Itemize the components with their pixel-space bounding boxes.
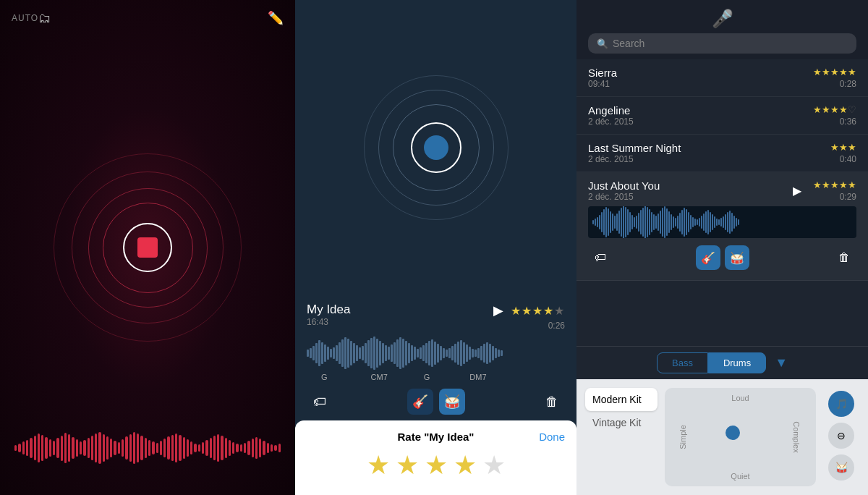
song-toolbar-justabout: 🏷 🎸 🥁 🗑 bbox=[588, 242, 856, 273]
cymbal-ride[interactable]: ⊖ bbox=[828, 423, 854, 449]
guitar-button[interactable]: 🎸 bbox=[407, 389, 433, 415]
song-stars-sierra: ★★★★★ bbox=[813, 67, 856, 77]
song-top-justabout: Just About You 2 déc. 2015 ▶ ★★★★★ 0:29 bbox=[588, 179, 856, 202]
record-header: AUTO 🗂 ✏️ bbox=[0, 0, 295, 36]
song-instrument-btns: 🎸 🥁 bbox=[696, 245, 749, 270]
song-tag-button[interactable]: 🏷 bbox=[588, 245, 613, 270]
song-meta-justabout: ★★★★★ 0:29 bbox=[813, 179, 856, 202]
songs-list: Sierra 09:41 ★★★★★ 0:28 Angeline 2 déc. … bbox=[576, 59, 868, 346]
chevron-down-icon[interactable]: ▼ bbox=[775, 355, 788, 371]
rate-sheet: Rate "My Idea" Done ★ ★ ★ ★ ★ bbox=[295, 420, 576, 495]
search-bar[interactable]: 🔍 Search bbox=[588, 33, 856, 54]
idea-controls: ▶ ★★★★★ 0:26 bbox=[493, 302, 565, 331]
kit-vintage[interactable]: Vintage Kit bbox=[585, 411, 658, 434]
cymbal-bass[interactable]: 🥁 bbox=[828, 454, 854, 481]
song-meta-sierra: ★★★★★ 0:28 bbox=[813, 67, 856, 89]
search-placeholder: Search bbox=[613, 38, 644, 49]
rate-star-4[interactable]: ★ bbox=[454, 450, 477, 481]
song-date-lastsummer: 2 déc. 2015 bbox=[588, 154, 681, 164]
idea-timestamp: 16:43 bbox=[307, 317, 350, 327]
song-play-justabout[interactable]: ▶ bbox=[793, 184, 801, 198]
bass-tab[interactable]: Bass bbox=[657, 352, 708, 373]
drums-panel: Modern Kit Vintage Kit Loud Quiet Simple… bbox=[576, 379, 868, 495]
idea-play-button[interactable]: ▶ bbox=[493, 302, 503, 318]
song-info-justabout: Just About You 2 déc. 2015 bbox=[588, 179, 660, 202]
idea-record-button[interactable] bbox=[411, 122, 461, 173]
chord-g2: G bbox=[424, 373, 430, 381]
cymbal-hihat[interactable]: 🎵 bbox=[828, 391, 854, 417]
cymbal-list: 🎵 ⊖ 🥁 bbox=[823, 388, 859, 486]
idea-waveform bbox=[307, 335, 565, 371]
song-info-sierra: Sierra 09:41 bbox=[588, 67, 617, 89]
chord-g1: G bbox=[321, 373, 328, 381]
edit-icon[interactable]: ✏️ bbox=[181, 10, 284, 26]
auto-label: AUTO bbox=[12, 13, 38, 23]
kit-list: Modern Kit Vintage Kit bbox=[585, 388, 658, 486]
song-dur-lastsummer: 0:40 bbox=[840, 154, 856, 164]
pad-label-complex: Complex bbox=[791, 421, 800, 452]
rate-star-2[interactable]: ★ bbox=[396, 450, 419, 481]
record-waveform bbox=[14, 430, 281, 466]
rate-star-5[interactable]: ★ bbox=[482, 450, 506, 481]
instrument-buttons: 🎸 🥁 bbox=[407, 389, 465, 415]
archive-icon[interactable]: 🗂 bbox=[38, 11, 51, 26]
song-delete-button[interactable]: 🗑 bbox=[832, 245, 856, 270]
chord-dm7: DM7 bbox=[469, 373, 486, 381]
song-date-angeline: 2 déc. 2015 bbox=[588, 117, 634, 127]
song-row-angeline[interactable]: Angeline 2 déc. 2015 ★★★★♡ 0:36 bbox=[576, 97, 868, 135]
delete-button[interactable]: 🗑 bbox=[539, 389, 565, 415]
song-row-lastsummer[interactable]: Last Summer Night 2 déc. 2015 ★★★ 0:40 bbox=[576, 135, 868, 172]
songs-bottom: Bass Drums ▼ Modern Kit Vintage Kit Loud… bbox=[576, 346, 868, 495]
song-controls-justabout: ▶ ★★★★★ 0:29 bbox=[793, 179, 856, 202]
record-visualizer bbox=[54, 153, 242, 342]
drum-pad[interactable]: Loud Quiet Simple Complex bbox=[665, 388, 816, 486]
rate-star-3[interactable]: ★ bbox=[425, 450, 448, 481]
song-name-justabout: Just About You bbox=[588, 179, 660, 192]
idea-visualizer bbox=[295, 0, 576, 295]
tag-button[interactable]: 🏷 bbox=[307, 389, 333, 415]
song-guitar-button[interactable]: 🎸 bbox=[696, 245, 720, 270]
drums-tab[interactable]: Drums bbox=[708, 352, 766, 373]
song-date-justabout: 2 déc. 2015 bbox=[588, 192, 660, 202]
idea-duration: 0:26 bbox=[548, 321, 565, 331]
record-button[interactable] bbox=[123, 223, 172, 272]
pad-position-dot[interactable] bbox=[726, 426, 740, 440]
song-drums-button[interactable]: 🥁 bbox=[725, 245, 749, 270]
song-dur-angeline: 0:36 bbox=[840, 117, 856, 127]
rate-stars-row[interactable]: ★ ★ ★ ★ ★ bbox=[307, 450, 565, 481]
chord-labels-row: G CM7 G DM7 bbox=[295, 371, 576, 383]
song-stars-angeline: ★★★★♡ bbox=[813, 104, 856, 115]
idea-stars[interactable]: ★★★★★ bbox=[511, 304, 565, 318]
song-info-lastsummer: Last Summer Night 2 déc. 2015 bbox=[588, 142, 681, 164]
songs-header: 🎤 🔍 Search bbox=[576, 0, 868, 59]
song-meta-angeline: ★★★★♡ 0:36 bbox=[813, 104, 856, 127]
song-date-sierra: 09:41 bbox=[588, 79, 617, 89]
mic-icon: 🎤 bbox=[712, 9, 733, 29]
instrument-tabs: Bass Drums ▼ bbox=[576, 347, 868, 379]
song-dur-sierra: 0:28 bbox=[840, 79, 856, 89]
song-row-sierra[interactable]: Sierra 09:41 ★★★★★ 0:28 bbox=[576, 59, 868, 97]
kit-modern[interactable]: Modern Kit bbox=[585, 388, 658, 411]
search-icon: 🔍 bbox=[597, 38, 608, 49]
idea-title-group: My Idea 16:43 bbox=[307, 302, 350, 327]
song-stars-lastsummer: ★★★ bbox=[830, 142, 856, 153]
rate-star-1[interactable]: ★ bbox=[367, 450, 390, 481]
song-info-angeline: Angeline 2 déc. 2015 bbox=[588, 104, 634, 127]
song-name-sierra: Sierra bbox=[588, 67, 617, 79]
idea-title: My Idea bbox=[307, 302, 350, 317]
rate-done-button[interactable]: Done bbox=[539, 431, 565, 443]
song-name-angeline: Angeline bbox=[588, 104, 634, 117]
idea-panel: My Idea 16:43 ▶ ★★★★★ 0:26 G CM7 G DM7 🏷… bbox=[295, 0, 576, 495]
rate-title: Rate "My Idea" bbox=[307, 431, 565, 443]
song-meta-lastsummer: ★★★ 0:40 bbox=[830, 142, 856, 164]
pad-label-loud: Loud bbox=[731, 394, 749, 402]
drums-button[interactable]: 🥁 bbox=[439, 389, 465, 415]
song-row-justabout[interactable]: Just About You 2 déc. 2015 ▶ ★★★★★ 0:29 … bbox=[576, 172, 868, 281]
song-dur-justabout: 0:29 bbox=[840, 192, 856, 202]
song-name-lastsummer: Last Summer Night bbox=[588, 142, 681, 154]
chord-cm7: CM7 bbox=[371, 373, 388, 381]
idea-toolbar: 🏷 🎸 🥁 🗑 bbox=[295, 383, 576, 420]
idea-info-row: My Idea 16:43 ▶ ★★★★★ 0:26 bbox=[295, 295, 576, 335]
songs-panel: 🎤 🔍 Search Sierra 09:41 ★★★★★ 0:28 Angel… bbox=[576, 0, 868, 495]
pad-label-simple: Simple bbox=[678, 425, 687, 449]
